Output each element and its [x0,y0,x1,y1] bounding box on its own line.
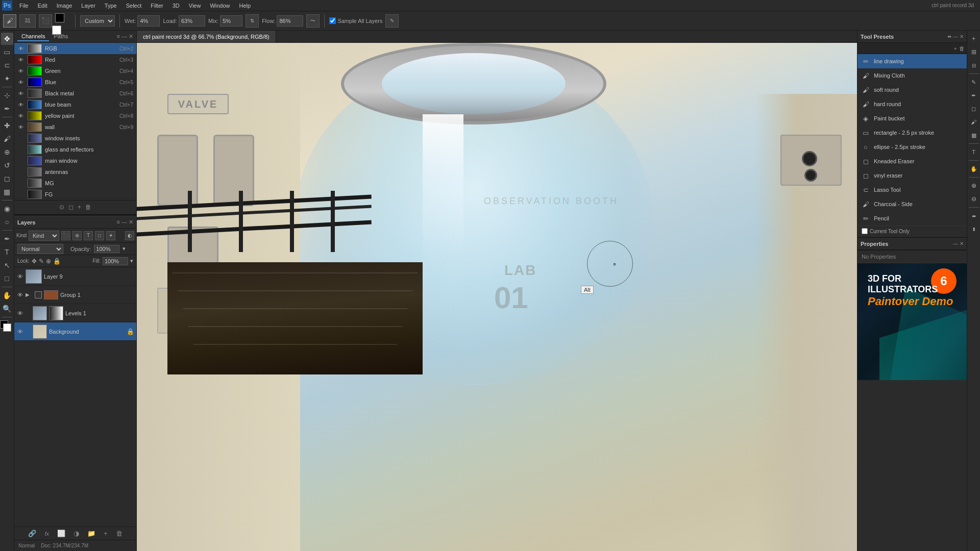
filter-kind-select[interactable]: Kind [29,231,59,241]
channel-green-vis[interactable]: 👁 [17,67,24,74]
filter-pixel-btn[interactable]: ⬛ [61,231,70,240]
channel-rgb[interactable]: 👁 RGB Ctrl+2 [14,43,136,54]
channel-blue[interactable]: 👁 Blue Ctrl+5 [14,77,136,88]
menu-file[interactable]: File [15,2,33,10]
foreground-swatch[interactable] [55,13,64,22]
channel-antennas[interactable]: antennas [14,166,136,178]
levels1-vis[interactable]: 👁 [16,310,23,316]
layer-item-levels1[interactable]: 👁 Levels 1 [14,304,136,322]
preset-ellipse[interactable]: ○ ellipse - 2.5px stroke [857,140,967,154]
menu-view[interactable]: View [185,2,205,10]
current-tool-only-cb[interactable] [862,228,868,234]
load-input[interactable] [179,15,205,27]
right-tool-12[interactable]: ⊖ [968,193,980,205]
channel-as-selection-btn[interactable]: ⊙ [59,204,64,211]
eraser-tool[interactable]: ◻ [1,172,13,185]
channel-wall[interactable]: 👁 wall Ctrl+9 [14,121,136,133]
channels-menu-icon[interactable]: ≡ [117,33,120,40]
clone-tool[interactable]: ⊕ [1,146,13,158]
layer-filter-toggle[interactable]: ◐ [125,231,134,240]
brush-tool-btn[interactable]: 🖌 [3,14,16,28]
adjustment-layer-btn[interactable]: ◑ [71,529,81,538]
tool-swatches[interactable] [0,320,15,336]
channel-red-vis[interactable]: 👁 [17,56,24,63]
preset-hard-round[interactable]: 🖌 hard round [857,97,967,111]
menu-layer[interactable]: Layer [77,2,100,10]
opacity-input[interactable] [94,245,119,253]
channel-blackmetal-vis[interactable]: 👁 [17,90,24,97]
bg-color-tool[interactable] [3,323,11,332]
add-mask-btn[interactable]: ⬜ [55,529,67,538]
channel-yellowpaint-vis[interactable]: 👁 [17,112,24,119]
fx-btn[interactable]: fx [42,530,51,538]
channel-mg[interactable]: MG [14,178,136,189]
right-tool-2[interactable]: ⊞ [968,46,980,58]
layers-close-icon[interactable]: ✕ [129,219,133,226]
filter-type-btn[interactable]: T [84,231,93,240]
properties-collapse[interactable]: — [953,241,958,246]
gradient-tool[interactable]: ▦ [1,186,13,198]
brush-preset-select[interactable]: Custom [80,15,115,27]
brush-tool[interactable]: 🖌 [1,133,13,145]
flip-btn[interactable]: ⇅ [246,14,259,28]
layer-item-layer9[interactable]: 👁 Layer 9 [14,267,136,286]
flow-input[interactable] [277,15,303,27]
right-tool-6[interactable]: ◻ [968,103,980,115]
presets-new-btn[interactable]: + [954,45,957,52]
color-swatches[interactable] [55,13,70,29]
group-btn[interactable]: 📁 [85,529,97,538]
move-tool[interactable]: ✥ [1,33,13,45]
lock-all-btn[interactable]: 🔒 [53,258,61,265]
lock-position-btn[interactable]: ✥ [32,258,37,265]
menu-image[interactable]: Image [53,2,77,10]
channel-wall-vis[interactable]: 👁 [17,123,24,131]
preset-kneaded-eraser[interactable]: ◻ Kneaded Eraser [857,154,967,168]
preset-lasso[interactable]: ⊂ Lasso Tool [857,183,967,197]
menu-filter[interactable]: Filter [146,2,167,10]
presets-collapse-icon[interactable]: — [953,34,958,39]
channel-bluebeam-vis[interactable]: 👁 [17,101,24,108]
channel-red[interactable]: 👁 Red Ctrl+3 [14,54,136,65]
right-tool-7[interactable]: 🖌 [968,116,980,128]
menu-3d[interactable]: 3D [168,2,184,10]
channel-fg[interactable]: FG [14,189,136,200]
channel-yellowpaint[interactable]: 👁 yellow paint Ctrl+8 [14,110,136,121]
delete-channel-btn[interactable]: 🗑 [85,204,91,211]
history-tool[interactable]: ↺ [1,159,13,171]
right-tool-11[interactable]: ⊕ [968,180,980,192]
wet-input[interactable] [137,15,160,27]
pen-tool[interactable]: ✒ [1,233,13,245]
mix-input[interactable] [220,15,242,27]
sample-all-layers-checkbox[interactable] [329,17,336,24]
zoom-tool[interactable]: 🔍 [1,303,13,315]
fill-arrow[interactable]: ▾ [130,258,133,264]
menu-select[interactable]: Select [122,2,146,10]
layer-item-group1[interactable]: 👁 ▶ Group 1 [14,286,136,304]
preset-pencil[interactable]: ✏ Pencil [857,211,967,226]
crop-tool[interactable]: ⊹ [1,89,13,102]
channel-blue-vis[interactable]: 👁 [17,79,24,86]
preset-vinyl-eraser[interactable]: ◻ vinyl eraser [857,168,967,183]
dodge-tool[interactable]: ○ [1,216,13,228]
group1-expand[interactable]: ▶ [26,292,33,297]
new-channel-btn[interactable]: + [78,204,81,211]
channels-collapse-icon[interactable]: — [121,33,127,40]
hand-tool[interactable]: ✋ [1,289,13,302]
presets-close-icon[interactable]: ✕ [960,34,964,39]
right-tool-14[interactable]: ⬍ [968,223,980,235]
right-tool-13[interactable]: ⬌ [968,210,980,222]
menu-window[interactable]: Window [206,2,234,10]
channel-windowinsets[interactable]: window insets [14,133,136,144]
new-layer-btn[interactable]: + [102,529,110,538]
properties-close[interactable]: ✕ [960,241,964,246]
save-selection-btn[interactable]: ◻ [68,204,74,211]
right-tool-1[interactable]: + [968,33,980,45]
preset-line-drawing[interactable]: ✏ line drawing [857,54,967,68]
lock-move-btn[interactable]: ⊕ [46,258,51,265]
tool-preset-picker-btn[interactable]: ⬛ [39,14,52,28]
right-tool-10[interactable]: ✋ [968,163,980,175]
channel-blackmetal[interactable]: 👁 Black metal Ctrl+6 [14,88,136,99]
menu-type[interactable]: Type [101,2,121,10]
layers-menu-icon[interactable]: ≡ [117,219,120,226]
preset-paint-bucket[interactable]: ◈ Paint bucket [857,111,967,126]
